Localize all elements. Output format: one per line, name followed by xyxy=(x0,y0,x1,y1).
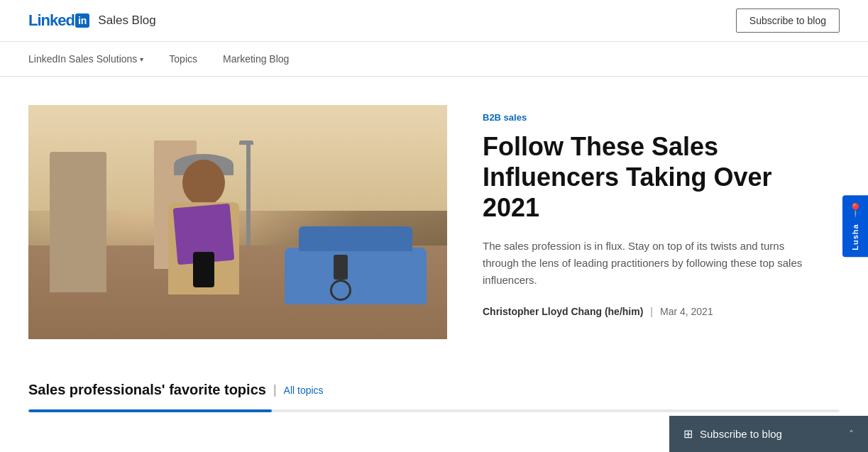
hero-separator: | xyxy=(650,306,653,317)
linkedin-logo[interactable]: Linked in xyxy=(28,11,89,30)
topics-header: Sales professionals' favorite topics | A… xyxy=(28,382,840,398)
hero-date: Mar 4, 2021 xyxy=(660,306,713,317)
hero-meta: Christopher Lloyd Chang (he/him) | Mar 4… xyxy=(483,306,809,317)
nav-item-linkedin-sales[interactable]: LinkedIn Sales Solutions ▾ xyxy=(28,42,156,76)
bottom-bar-left: ⊞ Subscribe to blog xyxy=(683,427,782,441)
topics-scroll-hint xyxy=(28,409,840,412)
hero-description: The sales profession is in flux. Stay on… xyxy=(483,238,809,289)
nav-label-marketing-blog: Marketing Blog xyxy=(223,53,289,65)
site-header: Linked in Sales Blog Subscribe to blog xyxy=(0,0,868,42)
hero-category[interactable]: B2B sales xyxy=(483,112,809,123)
hero-section: B2B sales Follow These Sales Influencers… xyxy=(0,77,837,368)
dropdown-arrow-icon: ▾ xyxy=(140,55,143,63)
nav-label-topics: Topics xyxy=(169,53,197,65)
topics-scroll-bar xyxy=(28,409,272,412)
hero-author: Christopher Lloyd Chang (he/him) xyxy=(483,306,643,317)
hero-title: Follow These Sales Influencers Taking Ov… xyxy=(483,131,809,224)
header-left: Linked in Sales Blog xyxy=(28,11,156,30)
linkedin-logo-box: in xyxy=(75,13,89,28)
lusha-widget[interactable]: 📍 Lusha xyxy=(842,195,868,257)
topics-separator: | xyxy=(273,382,277,397)
bottom-subscribe-bar[interactable]: ⊞ Subscribe to blog ˄ xyxy=(669,416,868,441)
nav-item-topics[interactable]: Topics xyxy=(156,42,210,76)
topics-title: Sales professionals' favorite topics xyxy=(28,382,266,398)
blog-title: Sales Blog xyxy=(98,13,155,28)
lusha-label: Lusha xyxy=(851,224,859,250)
subscribe-button-header[interactable]: Subscribe to blog xyxy=(736,9,840,33)
hero-image xyxy=(28,105,447,339)
all-topics-link[interactable]: All topics xyxy=(284,385,324,396)
nav-label-linkedin-sales: LinkedIn Sales Solutions xyxy=(28,53,137,65)
linkedin-logo-text: Linked xyxy=(28,11,75,30)
hero-image-container[interactable] xyxy=(28,105,447,339)
nav-item-marketing-blog[interactable]: Marketing Blog xyxy=(210,42,302,76)
hero-content: B2B sales Follow These Sales Influencers… xyxy=(483,105,809,317)
chevron-up-icon: ˄ xyxy=(849,429,854,440)
lusha-icon: 📍 xyxy=(847,202,863,218)
main-nav: LinkedIn Sales Solutions ▾ Topics Market… xyxy=(0,42,868,77)
bottom-bar-label: Subscribe to blog xyxy=(700,428,782,440)
rss-icon: ⊞ xyxy=(683,427,693,441)
